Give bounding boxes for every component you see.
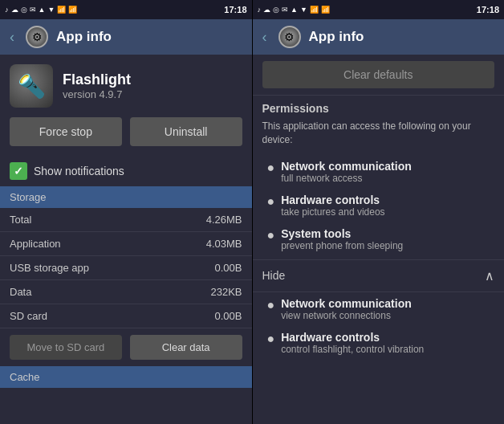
left-app-bar: ‹ ⚙ App info — [0, 19, 252, 55]
app-version: version 4.9.7 — [63, 88, 131, 100]
perm-text-system: System tools prevent phone from sleeping — [281, 227, 403, 251]
perm-dot-1: ● — [267, 161, 275, 175]
hidden-item-hardware: ● Hardware controls control flashlight, … — [253, 326, 505, 360]
perm-item-network: ● Network communication full network acc… — [253, 155, 505, 189]
perm-dot-2: ● — [267, 194, 275, 209]
perm-item-hardware: ● Hardware controls take pictures and vi… — [253, 189, 505, 222]
icon-whatsapp: ◎ — [21, 6, 27, 14]
left-status-icons: ♪ ☁ ◎ ✉ ▲ ▼ 📶 📶 — [5, 6, 77, 14]
perm-dot-3: ● — [267, 228, 275, 243]
right-back-icon[interactable]: ‹ — [262, 29, 267, 46]
storage-section-header: Storage — [0, 186, 252, 208]
left-panel: ♪ ☁ ◎ ✉ ▲ ▼ 📶 📶 17:18 ‹ ⚙ App info 🔦 Fla… — [0, 0, 252, 424]
permissions-description: This application can access the followin… — [253, 116, 505, 155]
uninstall-button[interactable]: Uninstall — [130, 117, 242, 146]
clear-defaults-wrap: Clear defaults — [253, 55, 505, 96]
storage-row-total: Total 4.26MB — [0, 208, 252, 232]
app-logo: 🔦 — [10, 64, 53, 108]
application-value: 4.03MB — [206, 238, 242, 250]
right-icon-music: ♪ — [258, 6, 262, 14]
perm-desc-system: prevent phone from sleeping — [281, 240, 403, 251]
right-icon-signal2: ▼ — [300, 6, 307, 14]
right-status-bar: ♪ ☁ ◎ ✉ ▲ ▼ 📶 📶 17:18 — [253, 0, 505, 19]
perm-name-hardware: Hardware controls — [281, 194, 384, 206]
hidden-text-hardware: Hardware controls control flashlight, co… — [281, 331, 424, 355]
total-value: 4.26MB — [206, 214, 242, 226]
right-time: 17:18 — [477, 5, 499, 14]
right-icon-cloud: ☁ — [263, 6, 270, 14]
icon-signal: 📶 — [68, 6, 77, 14]
right-app-bar-title: App info — [309, 29, 364, 45]
app-header: 🔦 Flashlight version 4.9.7 — [0, 55, 252, 117]
perm-item-system: ● System tools prevent phone from sleepi… — [253, 222, 505, 256]
hidden-item-network: ● Network communication view network con… — [253, 292, 505, 326]
storage-action-buttons: Move to SD card Clear data — [0, 328, 252, 366]
right-icon-msg: ✉ — [282, 6, 288, 14]
right-icon-wifi: 📶 — [310, 6, 319, 14]
move-to-sd-button[interactable]: Move to SD card — [10, 335, 122, 360]
data-label: Data — [10, 286, 31, 298]
icon-cloud: ☁ — [11, 6, 18, 14]
data-value: 232KB — [210, 286, 242, 298]
app-name: Flashlight — [63, 71, 131, 88]
hidden-dot-1: ● — [267, 298, 275, 312]
left-app-bar-title: App info — [56, 29, 112, 45]
storage-row-usb: USB storage app 0.00B — [0, 256, 252, 280]
icon-music: ♪ — [5, 6, 9, 14]
usb-label: USB storage app — [10, 262, 89, 274]
hide-section[interactable]: Hide ∧ — [253, 259, 505, 292]
app-name-block: Flashlight version 4.9.7 — [63, 71, 131, 100]
left-back-icon[interactable]: ‹ — [10, 29, 14, 46]
usb-value: 0.00B — [215, 262, 242, 274]
right-app-bar-icon: ⚙ — [278, 26, 301, 48]
perm-text-hardware: Hardware controls take pictures and vide… — [281, 194, 384, 218]
left-content: 🔦 Flashlight version 4.9.7 Force stop Un… — [0, 55, 252, 424]
left-time: 17:18 — [224, 5, 246, 14]
storage-row-application: Application 4.03MB — [0, 232, 252, 256]
hidden-text-network: Network communication view network conne… — [281, 297, 412, 321]
right-icon-signal1: ▲ — [291, 6, 298, 14]
notification-label: Show notifications — [34, 165, 124, 177]
right-panel: ♪ ☁ ◎ ✉ ▲ ▼ 📶 📶 17:18 ‹ ⚙ App info Clear… — [253, 0, 505, 424]
right-icon-whatsapp: ◎ — [273, 6, 279, 14]
hidden-dot-2: ● — [267, 332, 275, 346]
notification-checkbox[interactable]: ✓ — [10, 162, 27, 180]
notification-row[interactable]: ✓ Show notifications — [0, 156, 252, 186]
icon-msg: ✉ — [30, 6, 36, 14]
icon-wifi: 📶 — [57, 6, 66, 14]
storage-row-sdcard: SD card 0.00B — [0, 304, 252, 328]
icon-signal2: ▼ — [47, 6, 55, 14]
hidden-name-network: Network communication — [281, 297, 412, 310]
perm-text-network: Network communication full network acces… — [281, 160, 412, 184]
permissions-header: Permissions — [253, 96, 505, 116]
hidden-name-hardware: Hardware controls — [281, 331, 424, 344]
force-stop-button[interactable]: Force stop — [10, 117, 122, 146]
hide-chevron-icon[interactable]: ∧ — [485, 268, 494, 283]
total-label: Total — [10, 214, 31, 226]
right-icon-signal: 📶 — [321, 6, 330, 14]
left-app-bar-icon: ⚙ — [26, 26, 48, 48]
left-status-bar: ♪ ☁ ◎ ✉ ▲ ▼ 📶 📶 17:18 — [0, 0, 252, 19]
sdcard-value: 0.00B — [215, 310, 242, 322]
perm-desc-hardware: take pictures and videos — [281, 206, 384, 218]
storage-row-data: Data 232KB — [0, 280, 252, 304]
sdcard-label: SD card — [10, 310, 47, 322]
right-content: Clear defaults Permissions This applicat… — [253, 55, 505, 424]
right-app-bar: ‹ ⚙ App info — [253, 19, 505, 55]
cache-section-header: Cache — [0, 366, 252, 388]
perm-name-system: System tools — [281, 227, 403, 240]
icon-signal1: ▲ — [39, 6, 46, 14]
application-label: Application — [10, 238, 61, 250]
hide-label: Hide — [262, 269, 286, 282]
perm-desc-network: full network access — [281, 173, 412, 184]
hidden-desc-network: view network connections — [281, 310, 412, 321]
clear-data-button[interactable]: Clear data — [130, 335, 242, 360]
action-buttons-row: Force stop Uninstall — [0, 117, 252, 156]
right-status-icons: ♪ ☁ ◎ ✉ ▲ ▼ 📶 📶 — [258, 6, 330, 14]
clear-defaults-button[interactable]: Clear defaults — [262, 61, 495, 88]
perm-name-network: Network communication — [281, 160, 412, 173]
hidden-desc-hardware: control flashlight, control vibration — [281, 344, 424, 355]
